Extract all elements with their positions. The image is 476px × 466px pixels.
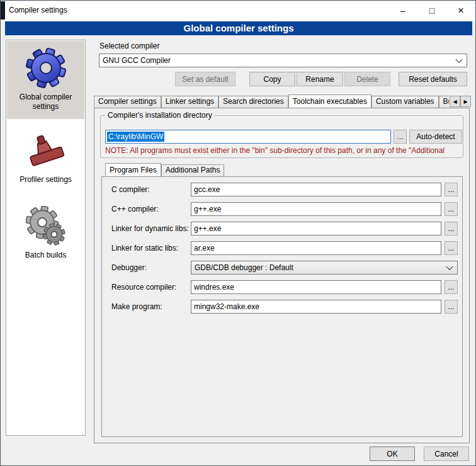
selected-compiler-label: Selected compiler bbox=[99, 42, 159, 50]
form-row-resource-compiler: Resource compiler: ... bbox=[1, 280, 476, 294]
browse-button[interactable]: ... bbox=[445, 183, 458, 196]
tab-additional-paths[interactable]: Additional Paths bbox=[161, 164, 225, 176]
debugger-value: GDB/CDB debugger : Default bbox=[195, 263, 293, 272]
resource-compiler-input[interactable] bbox=[191, 280, 441, 294]
tab-scroll-right-icon[interactable]: ▶ bbox=[460, 96, 471, 107]
red-profiler-icon bbox=[26, 127, 66, 174]
browse-button[interactable]: ... bbox=[445, 202, 458, 216]
window-controls: – □ × bbox=[388, 1, 475, 20]
dialog-header: Global compiler settings bbox=[5, 21, 472, 35]
copy-button[interactable]: Copy bbox=[249, 72, 295, 86]
tab-search-directories[interactable]: Search directories bbox=[218, 96, 288, 108]
browse-button[interactable]: ... bbox=[445, 300, 458, 314]
tab-scroll-controls: ◀ ▶ bbox=[450, 96, 471, 107]
cpp-compiler-input[interactable] bbox=[191, 202, 441, 216]
form-row-c-compiler: C compiler: ... bbox=[1, 183, 476, 196]
settings-category-list: Global compiler settings Profiler settin… bbox=[6, 40, 86, 436]
blue-gear-icon bbox=[25, 45, 67, 91]
field-label: Debugger: bbox=[111, 263, 147, 272]
install-dir-input[interactable]: C:\raylib\MinGW bbox=[105, 130, 391, 144]
selected-compiler-dropdown[interactable]: GNU GCC Compiler bbox=[99, 54, 467, 67]
delete-button[interactable]: Delete bbox=[344, 72, 390, 86]
field-label: C++ compiler: bbox=[111, 205, 159, 213]
form-row-static-linker: Linker for static libs: ... bbox=[1, 241, 476, 255]
minimize-icon[interactable]: – bbox=[388, 1, 417, 20]
tab-build-options[interactable]: Buil bbox=[439, 96, 449, 108]
form-row-debugger: Debugger: GDB/CDB debugger : Default bbox=[1, 261, 476, 275]
maximize-icon[interactable]: □ bbox=[417, 1, 446, 20]
cancel-button[interactable]: Cancel bbox=[424, 446, 469, 461]
install-dir-value: C:\raylib\MinGW bbox=[107, 132, 164, 142]
field-label: C compiler: bbox=[111, 185, 150, 194]
browse-button[interactable]: ... bbox=[445, 241, 458, 255]
tab-program-files[interactable]: Program Files bbox=[105, 163, 161, 176]
form-row-dynamic-linker: Linker for dynamic libs: ... bbox=[1, 222, 476, 236]
install-dir-browse-button[interactable]: ... bbox=[394, 130, 407, 144]
close-icon[interactable]: × bbox=[446, 1, 475, 20]
app-icon bbox=[1, 1, 5, 20]
compiler-settings-tabs: Compiler settings Linker settings Search… bbox=[94, 94, 449, 108]
debugger-select[interactable]: GDB/CDB debugger : Default bbox=[191, 261, 458, 275]
make-program-input[interactable] bbox=[191, 300, 441, 314]
static-libs-linker-input[interactable] bbox=[191, 241, 441, 255]
compiler-settings-dialog: Compiler settings – □ × Global compiler … bbox=[0, 0, 476, 466]
field-label: Linker for static libs: bbox=[111, 244, 178, 253]
rename-button[interactable]: Rename bbox=[297, 72, 343, 86]
chevron-down-icon bbox=[446, 263, 453, 270]
form-row-cpp-compiler: C++ compiler: ... bbox=[1, 202, 476, 216]
reset-defaults-button[interactable]: Reset defaults bbox=[399, 72, 467, 86]
window-title: Compiler settings bbox=[9, 6, 67, 14]
tab-toolchain-executables[interactable]: Toolchain executables bbox=[288, 94, 371, 108]
field-label: Resource compiler: bbox=[111, 283, 176, 292]
c-compiler-input[interactable] bbox=[191, 183, 441, 196]
tab-compiler-settings[interactable]: Compiler settings bbox=[94, 96, 161, 108]
auto-detect-button[interactable]: Auto-detect bbox=[409, 130, 462, 144]
browse-button[interactable]: ... bbox=[445, 280, 458, 294]
tab-linker-settings[interactable]: Linker settings bbox=[161, 96, 218, 108]
installation-directory-group-title: Compiler's installation directory bbox=[105, 111, 215, 120]
sidebar-item-global-compiler-settings[interactable]: Global compiler settings bbox=[7, 41, 84, 119]
program-files-tabs: Program Files Additional Paths bbox=[105, 163, 294, 176]
chevron-down-icon bbox=[455, 56, 462, 63]
dynamic-libs-linker-input[interactable] bbox=[191, 222, 441, 236]
selected-compiler-value: GNU GCC Compiler bbox=[103, 56, 171, 65]
sidebar-item-label: Global compiler settings bbox=[7, 91, 84, 115]
ok-button[interactable]: OK bbox=[370, 446, 415, 461]
form-row-make-program: Make program: ... bbox=[1, 300, 476, 314]
browse-button[interactable]: ... bbox=[445, 222, 458, 236]
tab-custom-variables[interactable]: Custom variables bbox=[371, 96, 439, 108]
field-label: Linker for dynamic libs: bbox=[111, 224, 189, 233]
tab-scroll-left-icon[interactable]: ◀ bbox=[450, 96, 460, 107]
field-label: Make program: bbox=[111, 302, 162, 311]
set-as-default-button[interactable]: Set as default bbox=[175, 72, 235, 86]
title-bar[interactable]: Compiler settings – □ × bbox=[1, 1, 475, 20]
install-dir-note: NOTE: All programs must exist either in … bbox=[105, 146, 465, 155]
